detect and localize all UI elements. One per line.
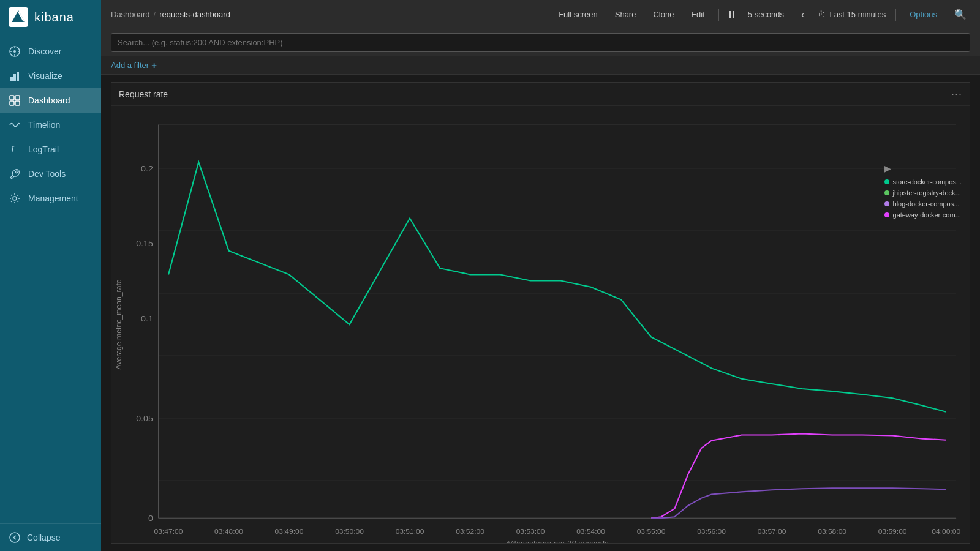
- svg-point-17: [10, 533, 20, 542]
- wave-icon: [9, 119, 21, 131]
- legend-dot-blog: [884, 201, 889, 206]
- pause-bar-right: [733, 11, 734, 18]
- sidebar-item-label-logtrail: LogTrail: [28, 144, 59, 154]
- chart-legend: ▶ store-docker-compos... jhipster-regist…: [884, 163, 962, 219]
- svg-text:03:52:00: 03:52:00: [456, 527, 484, 535]
- y-axis-label: Average metric_mean_rate: [115, 279, 123, 369]
- svg-text:0: 0: [148, 514, 153, 523]
- svg-text:0.1: 0.1: [141, 314, 153, 323]
- topbar-actions: Full screen Share Clone Edit 5 seconds ‹…: [555, 6, 970, 23]
- sidebar-item-label-discover: Discover: [28, 47, 61, 56]
- legend-item-store: store-docker-compos...: [884, 178, 962, 186]
- svg-rect-8: [10, 77, 13, 81]
- svg-rect-14: [15, 101, 20, 105]
- svg-text:03:53:00: 03:53:00: [516, 527, 545, 535]
- svg-rect-12: [15, 96, 20, 100]
- svg-rect-10: [17, 72, 19, 81]
- legend-dot-store: [884, 179, 889, 184]
- sidebar-item-dashboard[interactable]: Dashboard: [0, 88, 101, 113]
- topbar: Dashboard / requests-dashboard Full scre…: [101, 0, 980, 29]
- refresh-interval[interactable]: 5 seconds: [744, 7, 788, 21]
- legend-label-store[interactable]: store-docker-compos...: [893, 178, 962, 186]
- sidebar-item-devtools[interactable]: Dev Tools: [0, 162, 101, 186]
- time-range-display[interactable]: ⏱ Last 15 minutes: [818, 10, 886, 19]
- svg-text:03:48:00: 03:48:00: [214, 527, 243, 535]
- legend-label-jhipster[interactable]: jhipster-registry-dock...: [893, 189, 961, 197]
- breadcrumb: Dashboard / requests-dashboard: [111, 10, 230, 19]
- breadcrumb-separator: /: [154, 10, 156, 19]
- legend-expand-icon[interactable]: ▶: [884, 163, 891, 173]
- add-filter-button[interactable]: Add a filter +: [111, 60, 970, 70]
- request-rate-panel: Request rate ···: [111, 82, 970, 544]
- chart-container: Request rate ···: [101, 75, 980, 551]
- legend-label-gateway[interactable]: gateway-docker-com...: [893, 211, 961, 219]
- sidebar-item-label-devtools: Dev Tools: [28, 169, 66, 179]
- sidebar-item-logtrail[interactable]: L LogTrail: [0, 137, 101, 162]
- sidebar-item-discover[interactable]: Discover: [0, 39, 101, 64]
- breadcrumb-root[interactable]: Dashboard: [111, 10, 150, 19]
- edit-button[interactable]: Edit: [687, 7, 708, 21]
- svg-point-3: [13, 50, 16, 53]
- collapse-label: Collapse: [27, 533, 60, 542]
- svg-text:04:00:00: 04:00:00: [932, 527, 960, 535]
- sidebar-item-label-management: Management: [28, 193, 78, 203]
- sidebar-collapse-button[interactable]: Collapse: [0, 523, 101, 551]
- svg-text:03:57:00: 03:57:00: [758, 527, 786, 535]
- main-content: Dashboard / requests-dashboard Full scre…: [101, 0, 980, 551]
- gear-icon: [9, 192, 21, 204]
- search-bar: [101, 29, 980, 56]
- chart-area: 0 0.05 0.1 0.15 0.2 Average metric_mean_…: [111, 106, 970, 543]
- svg-text:0.15: 0.15: [136, 239, 153, 248]
- kibana-icon: [9, 7, 28, 27]
- share-button[interactable]: Share: [611, 7, 640, 21]
- nav-items: Discover Visualize: [0, 34, 101, 523]
- legend-dot-gateway: [884, 212, 889, 217]
- search-input[interactable]: [111, 33, 970, 52]
- svg-rect-18: [111, 106, 970, 543]
- svg-text:03:59:00: 03:59:00: [878, 527, 907, 535]
- svg-point-16: [13, 197, 17, 200]
- svg-text:0.05: 0.05: [136, 414, 153, 423]
- collapse-icon: [9, 531, 21, 544]
- legend-label-blog[interactable]: blog-docker-compos...: [893, 200, 960, 208]
- panel-header: Request rate ···: [111, 83, 970, 106]
- sidebar-item-management[interactable]: Management: [0, 186, 101, 211]
- sidebar-item-visualize[interactable]: Visualize: [0, 64, 101, 88]
- svg-text:03:50:00: 03:50:00: [335, 527, 364, 535]
- svg-text:03:58:00: 03:58:00: [818, 527, 846, 535]
- pause-button[interactable]: [729, 11, 734, 18]
- clock-icon: ⏱: [818, 10, 826, 19]
- kibana-label: kibana: [34, 10, 74, 24]
- svg-text:03:54:00: 03:54:00: [576, 527, 605, 535]
- sidebar-item-label-timelion: Timelion: [28, 120, 60, 130]
- legend-dot-jhipster: [884, 190, 889, 195]
- options-button[interactable]: Options: [906, 7, 941, 21]
- full-screen-button[interactable]: Full screen: [555, 7, 601, 21]
- grid-icon: [9, 94, 21, 107]
- svg-text:03:56:00: 03:56:00: [697, 527, 726, 535]
- clone-button[interactable]: Clone: [649, 7, 677, 21]
- add-filter-bar: Add a filter +: [101, 56, 980, 75]
- legend-item-blog: blog-docker-compos...: [884, 200, 962, 208]
- prev-time-button[interactable]: ‹: [797, 7, 808, 23]
- svg-rect-9: [13, 74, 16, 81]
- sidebar-logo[interactable]: kibana: [0, 0, 101, 34]
- breadcrumb-current: requests-dashboard: [159, 10, 230, 19]
- search-icon-button[interactable]: 🔍: [951, 6, 970, 23]
- compass-icon: [9, 45, 21, 58]
- sidebar: kibana Discover: [0, 0, 101, 551]
- pause-bar-left: [729, 11, 731, 18]
- time-range-label: Last 15 minutes: [829, 10, 886, 19]
- legend-item-jhipster: jhipster-registry-dock...: [884, 189, 962, 197]
- panel-menu-button[interactable]: ···: [951, 88, 962, 100]
- logtrail-icon: L: [9, 143, 21, 156]
- svg-text:03:49:00: 03:49:00: [275, 527, 304, 535]
- wrench-icon: [9, 168, 21, 180]
- svg-text:03:47:00: 03:47:00: [154, 527, 183, 535]
- sidebar-item-timelion[interactable]: Timelion: [0, 113, 101, 137]
- svg-text:03:51:00: 03:51:00: [396, 527, 424, 535]
- svg-text:0.2: 0.2: [141, 165, 153, 173]
- topbar-divider-1: [718, 9, 719, 21]
- panel-title: Request rate: [119, 89, 168, 99]
- sidebar-item-label-dashboard: Dashboard: [28, 96, 70, 105]
